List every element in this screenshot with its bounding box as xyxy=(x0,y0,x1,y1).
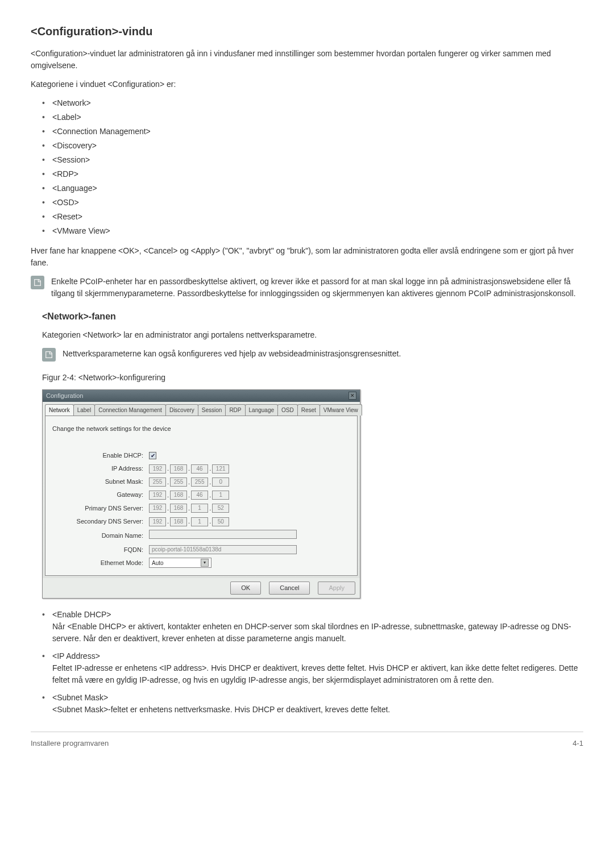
close-button[interactable]: ✕ xyxy=(349,392,356,400)
tab-label[interactable]: Label xyxy=(73,404,95,416)
fqdn-input[interactable]: pcoip-portal-101558a0138d xyxy=(149,545,297,554)
list-item: <Connection Management> xyxy=(42,126,583,138)
chevron-down-icon: ▾ xyxy=(201,559,209,567)
label-secondary-dns: Secondary DNS Server: xyxy=(52,515,149,528)
list-item: <Subnet Mask> <Subnet Mask>-feltet er en… xyxy=(42,692,583,716)
desc-text: Feltet IP-adresse er enhetens <IP addres… xyxy=(52,662,583,686)
network-intro: Kategorien <Network> lar en administrato… xyxy=(42,329,583,341)
ip-octet[interactable]: 192 xyxy=(149,464,166,474)
ethernet-mode-select[interactable]: Auto ▾ xyxy=(149,558,211,568)
desc-text: Når <Enable DHCP> er aktivert, kontakter… xyxy=(52,621,583,645)
list-item: <Enable DHCP> Når <Enable DHCP> er aktiv… xyxy=(42,609,583,645)
tab-osd[interactable]: OSD xyxy=(277,404,298,416)
list-item: <OSD> xyxy=(42,197,583,209)
ip-octet[interactable]: 192 xyxy=(149,504,166,513)
ip-octet[interactable]: 1 xyxy=(191,504,208,513)
note-icon xyxy=(31,276,44,289)
list-item: <Language> xyxy=(42,182,583,194)
page-title: <Configuration>-vindu xyxy=(31,23,583,40)
buttons-note: Hver fane har knappene <OK>, <Cancel> og… xyxy=(31,245,583,269)
window-title: Configuration xyxy=(46,391,83,401)
label-fqdn: FQDN: xyxy=(52,543,149,556)
list-item: <Session> xyxy=(42,154,583,166)
list-item: <IP Address> Feltet IP-adresse er enhete… xyxy=(42,650,583,686)
label-ethernet-mode: Ethernet Mode: xyxy=(52,556,149,570)
tab-discovery[interactable]: Discovery xyxy=(165,404,198,416)
ip-octet[interactable]: 168 xyxy=(170,504,187,513)
list-item: <RDP> xyxy=(42,168,583,180)
select-value: Auto xyxy=(152,559,164,567)
ip-octet[interactable]: 255 xyxy=(149,477,166,487)
ip-address-input[interactable]: 192. 168. 46. 121 xyxy=(149,464,229,474)
intro-paragraph: <Configuration>-vinduet lar administrato… xyxy=(31,48,583,72)
panel-description: Change the network settings for the devi… xyxy=(52,424,350,434)
categories-label: Kategoriene i vinduet <Configuration> er… xyxy=(31,78,583,90)
label-enable-dhcp: Enable DHCP: xyxy=(52,449,149,462)
tab-reset[interactable]: Reset xyxy=(297,404,320,416)
list-item: <Label> xyxy=(42,111,583,123)
label-gateway: Gateway: xyxy=(52,488,149,501)
figure-caption: Figur 2-4: <Network>-konfigurering xyxy=(42,372,583,384)
note-block: Enkelte PCoIP-enheter har en passordbesk… xyxy=(31,276,583,300)
checkbox-enable-dhcp[interactable]: ✔ xyxy=(149,452,156,459)
primary-dns-input[interactable]: 192. 168. 1. 52 xyxy=(149,504,229,513)
ip-octet[interactable]: 1 xyxy=(212,491,229,500)
desc-title: <Subnet Mask> xyxy=(52,692,583,704)
note-text: Enkelte PCoIP-enheter har en passordbesk… xyxy=(51,276,583,300)
ip-octet[interactable]: 1 xyxy=(191,517,208,526)
note-text: Nettverksparameterne kan også konfigurer… xyxy=(63,348,583,360)
ip-octet[interactable]: 255 xyxy=(170,477,187,487)
list-item: <VMware View> xyxy=(42,225,583,237)
secondary-dns-input[interactable]: 192. 168. 1. 50 xyxy=(149,517,229,526)
note-icon xyxy=(42,348,56,362)
configuration-window: Configuration ✕ Network Label Connection… xyxy=(42,389,360,599)
dialog-button-row: OK Cancel Apply xyxy=(43,578,360,598)
label-domain-name: Domain Name: xyxy=(52,528,149,543)
section-heading-network: <Network>-fanen xyxy=(42,310,583,323)
label-ip-address: IP Address: xyxy=(52,462,149,475)
ip-octet[interactable]: 52 xyxy=(212,504,229,513)
desc-title: <IP Address> xyxy=(52,650,583,662)
tab-rdp[interactable]: RDP xyxy=(225,404,245,416)
tab-session[interactable]: Session xyxy=(198,404,226,416)
ip-octet[interactable]: 192 xyxy=(149,491,166,500)
page-footer: Installere programvaren 4-1 xyxy=(31,732,583,749)
gateway-input[interactable]: 192. 168. 46. 1 xyxy=(149,491,229,500)
label-primary-dns: Primary DNS Server: xyxy=(52,501,149,514)
category-list: <Network> <Label> <Connection Management… xyxy=(31,97,583,237)
list-item: <Discovery> xyxy=(42,140,583,152)
network-form: Enable DHCP: ✔ IP Address: 192. 168. 46.… xyxy=(52,449,350,570)
ip-octet[interactable]: 46 xyxy=(191,464,208,474)
tab-panel: Change the network settings for the devi… xyxy=(45,416,358,576)
list-item: <Reset> xyxy=(42,211,583,223)
subnet-mask-input[interactable]: 255. 255. 255. 0 xyxy=(149,477,229,487)
ip-octet[interactable]: 192 xyxy=(149,517,166,526)
ip-octet[interactable]: 46 xyxy=(191,491,208,500)
apply-button[interactable]: Apply xyxy=(318,582,355,595)
ip-octet[interactable]: 121 xyxy=(212,464,229,474)
ip-octet[interactable]: 255 xyxy=(191,477,208,487)
ip-octet[interactable]: 168 xyxy=(170,517,187,526)
note-block: Nettverksparameterne kan også konfigurer… xyxy=(42,348,583,362)
footer-left: Installere programvaren xyxy=(31,738,109,749)
cancel-button[interactable]: Cancel xyxy=(269,582,310,595)
tab-bar: Network Label Connection Management Disc… xyxy=(43,402,360,416)
tab-language[interactable]: Language xyxy=(245,404,279,416)
desc-text: <Subnet Mask>-feltet er enhetens nettver… xyxy=(52,704,583,716)
tab-network[interactable]: Network xyxy=(45,404,74,416)
ip-octet[interactable]: 168 xyxy=(170,464,187,474)
ip-octet[interactable]: 168 xyxy=(170,491,187,500)
field-description-list: <Enable DHCP> Når <Enable DHCP> er aktiv… xyxy=(31,609,583,716)
list-item: <Network> xyxy=(42,97,583,109)
ip-octet[interactable]: 0 xyxy=(212,477,229,487)
footer-right: 4-1 xyxy=(572,738,583,749)
domain-name-input[interactable] xyxy=(149,530,297,539)
tab-connection-management[interactable]: Connection Management xyxy=(94,404,166,416)
ip-octet[interactable]: 50 xyxy=(212,517,229,526)
window-titlebar: Configuration ✕ xyxy=(43,390,360,402)
tab-vmware-view[interactable]: VMware View xyxy=(320,404,362,416)
label-subnet-mask: Subnet Mask: xyxy=(52,475,149,488)
desc-title: <Enable DHCP> xyxy=(52,609,583,621)
ok-button[interactable]: OK xyxy=(230,582,261,595)
